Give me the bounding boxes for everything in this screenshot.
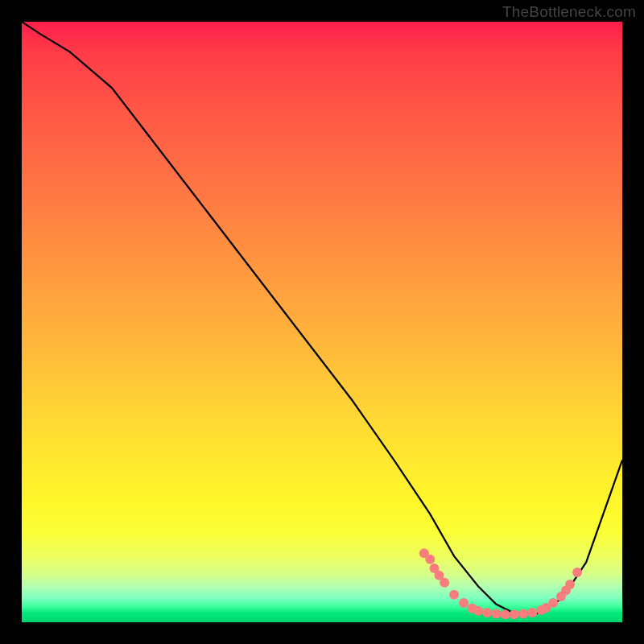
svg-point-6 [459, 598, 469, 608]
attribution-text: TheBottleneck.com [502, 3, 636, 21]
svg-point-8 [473, 606, 483, 616]
svg-point-4 [440, 578, 449, 588]
svg-point-20 [565, 580, 575, 589]
svg-point-13 [518, 609, 528, 619]
chart-frame: TheBottleneck.com [0, 0, 644, 644]
svg-point-11 [501, 609, 510, 619]
svg-point-18 [556, 592, 566, 601]
svg-point-10 [491, 609, 501, 619]
svg-point-12 [510, 609, 519, 619]
svg-point-16 [541, 603, 551, 613]
svg-point-1 [425, 555, 435, 564]
svg-point-5 [449, 590, 459, 600]
svg-point-7 [468, 604, 477, 613]
highlight-dots [22, 22, 622, 622]
svg-point-15 [536, 605, 546, 615]
svg-point-21 [572, 568, 582, 577]
svg-point-3 [435, 571, 444, 580]
svg-point-14 [527, 608, 537, 617]
svg-point-17 [548, 598, 558, 608]
svg-point-9 [482, 608, 492, 617]
plot-area [22, 22, 622, 622]
bottleneck-curve [22, 22, 622, 622]
svg-point-2 [430, 564, 440, 573]
svg-point-0 [419, 548, 429, 558]
svg-point-19 [561, 586, 571, 596]
